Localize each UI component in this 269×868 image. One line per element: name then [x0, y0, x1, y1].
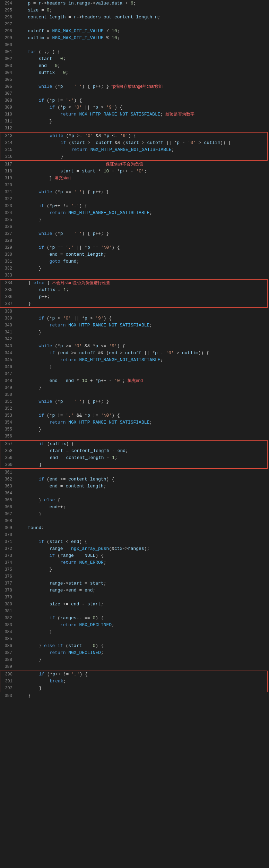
code-line: 296 content_length = r->headers_out.cont… — [0, 14, 269, 21]
code-line: 309 if (*p < '0' || *p > '9') { — [0, 104, 269, 111]
line-content: } — [16, 384, 269, 391]
code-line: 352 — [0, 405, 269, 412]
code-line: 301 for ( ;; ) { — [0, 49, 269, 56]
line-content — [16, 391, 269, 398]
line-content — [16, 125, 269, 132]
code-line: 319 } 填充start — [0, 175, 269, 182]
line-content: if (*p == ',' || *p == '\0') { — [16, 244, 269, 251]
line-content — [16, 336, 269, 343]
line-content: } — [16, 511, 269, 518]
line-number: 335 — [0, 287, 16, 293]
line-number: 327 — [0, 230, 16, 237]
line-number: 336 — [0, 293, 16, 300]
line-number: 298 — [0, 28, 16, 34]
code-line: 351 while (*p == ' ') { p++; } — [0, 398, 269, 405]
line-content: start = start * 10 + *p++ - '0'; — [16, 168, 269, 175]
line-content: return NGX_HTTP_RANGE_NOT_SATISFIABLE; 校… — [16, 111, 269, 118]
line-number: 362 — [0, 476, 16, 483]
line-content — [16, 272, 269, 279]
line-content: size = 0; — [16, 7, 269, 14]
line-number: 387 — [0, 649, 16, 656]
code-line: 346 } — [0, 364, 269, 371]
line-content — [16, 433, 269, 440]
line-content — [16, 308, 269, 315]
code-line: 382 if (ranges-- == 0) { — [0, 615, 269, 622]
line-content: } — [16, 629, 269, 636]
highlight-box: 313 while (*p >= '0' && *p <= '9') {314 … — [0, 132, 268, 161]
line-number: 350 — [0, 391, 16, 398]
code-line: 332 } — [0, 265, 269, 272]
line-number: 333 — [0, 272, 16, 279]
highlight-box: 357 if (suffix) {358 start = content_len… — [0, 440, 268, 469]
code-line: 308 if (*p != '-') { — [0, 97, 269, 104]
code-line: 326 — [0, 223, 269, 230]
line-content: end++; — [16, 504, 269, 511]
line-content — [16, 371, 269, 377]
code-line: 341 } — [0, 329, 269, 336]
line-content — [16, 531, 269, 538]
code-line: 316 } — [0, 153, 267, 160]
line-number: 319 — [0, 175, 16, 181]
line-number: 330 — [0, 251, 16, 258]
line-content: if (*p != ',' && *p != '\0') { — [16, 412, 269, 419]
line-content: while (*p == ' ') { p++; } — [16, 230, 269, 237]
code-line: 377 range->start = start; — [0, 580, 269, 587]
line-content — [16, 182, 269, 189]
code-line: 318 start = start * 10 + *p++ - '0'; — [0, 168, 269, 175]
line-number: 316 — [0, 153, 16, 160]
annotation: 不会对start是否为负值进行检查 — [50, 280, 110, 285]
line-content: if (range == NULL) { — [16, 552, 269, 559]
line-content: end = end * 10 + *p++ - '0'; 填充end — [16, 377, 269, 384]
line-content: for ( ;; ) { — [16, 49, 269, 56]
line-content: } — [16, 265, 269, 272]
line-content — [16, 573, 269, 580]
line-content: } — [16, 692, 269, 699]
code-line: 358 start = content_length - end; — [0, 448, 267, 454]
line-content: while (*p == ' ') { p++; } — [16, 398, 269, 405]
line-number: 374 — [0, 559, 16, 566]
code-line: 344 if (end >= cutoff && (end > cutoff |… — [0, 350, 269, 357]
line-number: 305 — [0, 76, 16, 83]
line-number: 347 — [0, 371, 16, 377]
code-line: 356 — [0, 433, 269, 440]
line-content: content_length = r->headers_out.content_… — [16, 14, 269, 21]
line-content: if (*p < '0' || *p > '9') { — [16, 104, 269, 111]
line-content: } — [16, 216, 269, 223]
code-line: 387 return NGX_DECLINED; — [0, 649, 269, 656]
annotation: 填充start — [52, 176, 71, 180]
line-number: 391 — [0, 678, 16, 684]
line-content: 保证start不会为负值 — [16, 161, 269, 168]
line-number: 334 — [0, 280, 16, 286]
line-content: } — [16, 153, 267, 160]
line-content: while (*p == ' ') { p++; } — [16, 189, 269, 196]
line-content: cutoff = NGX_MAX_OFF_T_VALUE / 10; — [16, 28, 269, 35]
line-content: while (*p == ' ') { p++; } *p指向存放range的c… — [16, 83, 269, 90]
line-number: 294 — [0, 0, 16, 7]
line-content: while (*p >= '0' && *p <= '9') { — [16, 343, 269, 350]
code-line: 337 } — [0, 300, 267, 307]
code-line: 339 if (*p < '0' || *p > '9') { — [0, 315, 269, 322]
code-line: 348 end = end * 10 + *p++ - '0'; 填充end — [0, 377, 269, 384]
code-line: 368 — [0, 518, 269, 525]
line-number: 375 — [0, 566, 16, 573]
code-line: 328 — [0, 237, 269, 244]
line-number: 383 — [0, 622, 16, 628]
line-number: 392 — [0, 685, 16, 691]
line-content: if (start < end) { — [16, 538, 269, 545]
code-line: 370 — [0, 531, 269, 538]
line-number: 372 — [0, 545, 16, 552]
line-number: 341 — [0, 329, 16, 335]
line-content: p++; — [16, 293, 267, 300]
code-line: 345 return NGX_HTTP_RANGE_NOT_SATISFIABL… — [0, 357, 269, 364]
line-number: 303 — [0, 62, 16, 69]
line-content: range = ngx_array_push(&ctx->ranges); — [16, 545, 269, 552]
line-number: 300 — [0, 42, 16, 48]
line-number: 390 — [0, 671, 16, 678]
line-content: cutlim = NGX_MAX_OFF_T_VALUE % 10; — [16, 35, 269, 42]
code-line: 378 range->end = end; — [0, 587, 269, 594]
code-line: 311 } — [0, 118, 269, 125]
code-line: 354 return NGX_HTTP_RANGE_NOT_SATISFIABL… — [0, 419, 269, 426]
line-content — [16, 405, 269, 412]
line-number: 310 — [0, 111, 16, 118]
code-line: 353 if (*p != ',' && *p != '\0') { — [0, 412, 269, 419]
